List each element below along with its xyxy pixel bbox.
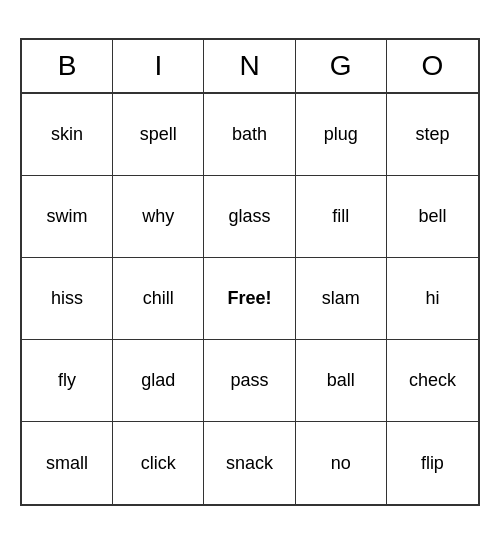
header-letter: O — [387, 40, 478, 92]
bingo-cell[interactable]: spell — [113, 94, 204, 176]
bingo-cell[interactable]: glass — [204, 176, 295, 258]
bingo-cell[interactable]: fill — [296, 176, 387, 258]
bingo-cell[interactable]: skin — [22, 94, 113, 176]
bingo-grid: skinspellbathplugstepswimwhyglassfillbel… — [22, 94, 478, 504]
header-letter: G — [296, 40, 387, 92]
bingo-header: BINGO — [22, 40, 478, 94]
bingo-cell[interactable]: pass — [204, 340, 295, 422]
bingo-cell[interactable]: check — [387, 340, 478, 422]
bingo-cell[interactable]: flip — [387, 422, 478, 504]
bingo-cell[interactable]: slam — [296, 258, 387, 340]
bingo-board: BINGO skinspellbathplugstepswimwhyglassf… — [20, 38, 480, 506]
bingo-cell[interactable]: plug — [296, 94, 387, 176]
bingo-cell[interactable]: Free! — [204, 258, 295, 340]
header-letter: N — [204, 40, 295, 92]
bingo-cell[interactable]: click — [113, 422, 204, 504]
bingo-cell[interactable]: chill — [113, 258, 204, 340]
header-letter: B — [22, 40, 113, 92]
bingo-cell[interactable]: fly — [22, 340, 113, 422]
bingo-cell[interactable]: hiss — [22, 258, 113, 340]
header-letter: I — [113, 40, 204, 92]
bingo-cell[interactable]: glad — [113, 340, 204, 422]
bingo-cell[interactable]: bath — [204, 94, 295, 176]
bingo-cell[interactable]: snack — [204, 422, 295, 504]
bingo-cell[interactable]: hi — [387, 258, 478, 340]
bingo-cell[interactable]: bell — [387, 176, 478, 258]
bingo-cell[interactable]: small — [22, 422, 113, 504]
bingo-cell[interactable]: no — [296, 422, 387, 504]
bingo-cell[interactable]: swim — [22, 176, 113, 258]
bingo-cell[interactable]: why — [113, 176, 204, 258]
bingo-cell[interactable]: ball — [296, 340, 387, 422]
bingo-cell[interactable]: step — [387, 94, 478, 176]
